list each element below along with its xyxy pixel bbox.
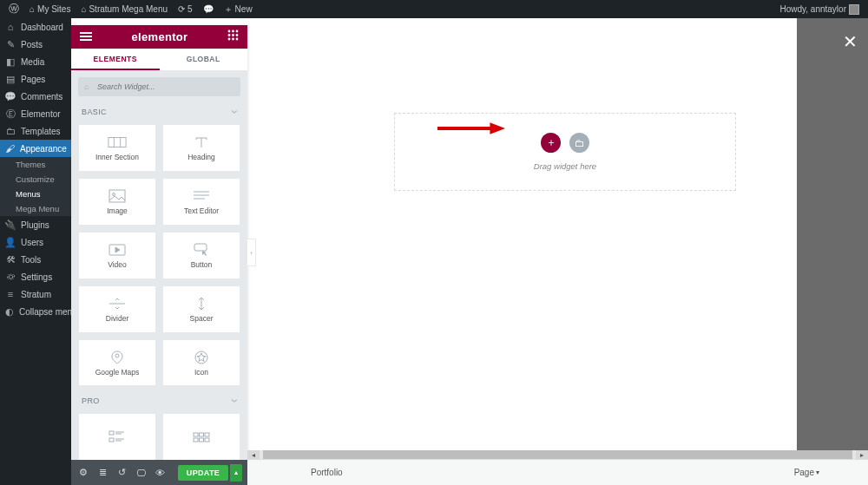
elementor-panel-header: elementor [71,25,247,49]
widget-label: Button [191,260,213,269]
sidebar-label: Plugins [21,220,49,230]
svg-rect-18 [109,190,125,202]
updates-count: 5 [187,4,193,14]
sidebar-subitem[interactable]: Customize [0,172,71,187]
sidebar-item[interactable]: ⛮Settings [0,268,71,285]
sidebar-item[interactable]: ▤Pages [0,70,71,88]
star-icon [192,350,211,365]
tab-elements[interactable]: ELEMENTS [71,49,160,71]
plus-icon: ＋ [224,3,233,16]
preview-button[interactable]: 👁 [153,466,167,480]
history-icon: ↺ [118,467,126,478]
category-label: BASIC [82,108,107,116]
widget-heading[interactable]: Heading [162,124,240,172]
widget-label: Video [108,260,127,269]
sidebar-item[interactable]: 🗀Templates [0,122,71,140]
updates-menu[interactable]: ⟳5 [174,0,196,18]
widget-divider[interactable]: Divider [78,285,156,333]
svg-marker-1 [490,122,505,134]
sidebar-item[interactable]: ⌂Dashboard [0,18,71,36]
menu-item-type[interactable]: Page▾ [794,468,819,477]
new-content-menu[interactable]: ＋New [220,0,256,18]
widget-icon[interactable]: Icon [162,339,240,384]
comments-menu[interactable]: 💬 [200,0,217,18]
sidebar-item[interactable]: 💬Comments [0,88,71,105]
widget-image[interactable]: Image [78,178,156,226]
menu-item-title: Portfolio [311,468,343,477]
annotation-arrow [437,121,505,135]
widget-text-editor[interactable]: Text Editor [162,178,240,226]
widget-pro[interactable] [78,413,156,460]
sidebar-label: Dashboard [21,23,63,32]
svg-point-28 [115,354,119,357]
menu-icon: 🔌 [5,220,16,230]
menu-button[interactable] [80,30,92,43]
category-basic[interactable]: BASIC› [71,96,247,124]
svg-rect-40 [194,438,198,442]
posts-icon [108,429,127,444]
svg-rect-39 [205,433,209,436]
site-name-menu[interactable]: ⌂Stratum Mega Menu [77,0,171,18]
widget-button[interactable]: Button [162,232,240,279]
tab-global[interactable]: GLOBAL [160,49,248,71]
elementor-logo: elementor [132,30,188,43]
widget-label: Heading [187,153,215,161]
sidebar-item[interactable]: 👤Users [0,233,71,251]
comment-icon: 💬 [203,4,214,14]
navigator-button[interactable]: ≣ [95,466,109,480]
widget-label: Google Maps [95,368,140,377]
sidebar-item-appearance[interactable]: 🖌 Appearance [0,140,71,157]
sidebar-subitem[interactable]: Menus [0,187,71,201]
sidebar-item[interactable]: ⒺElementor [0,105,71,122]
widget-pro[interactable] [162,413,240,460]
site-name-label: Stratum Mega Menu [89,4,168,14]
sidebar-subitem[interactable]: Mega Menu [0,201,71,216]
wp-logo[interactable]: ⓦ [5,0,23,18]
widget-google-maps[interactable]: Google Maps [78,339,156,384]
svg-point-19 [113,193,115,196]
scroll-thumb[interactable] [263,450,852,459]
sidebar-label: Posts [21,40,43,49]
chevron-left-icon: ‹ [250,249,253,257]
eye-icon: 👁 [155,468,165,478]
add-section-button[interactable]: ＋ [541,133,561,153]
search-input[interactable] [78,77,240,96]
widget-spacer[interactable]: Spacer [162,285,240,333]
panel-collapse-handle[interactable]: ‹ [247,239,256,266]
widget-video[interactable]: Video [78,232,156,279]
save-options-button[interactable]: ▴ [230,464,242,482]
sidebar-item[interactable]: ◧Media [0,53,71,70]
sidebar-item[interactable]: ≡Stratum [0,285,71,303]
my-account-menu[interactable]: Howdy, anntaylor [776,0,863,18]
sidebar-label: Elementor [21,109,61,119]
category-pro[interactable]: PRO› [71,385,247,413]
sidebar-label: Stratum [21,290,51,299]
responsive-button[interactable]: 🖵 [134,466,148,480]
widget-inner-section[interactable]: Inner Section [78,124,156,172]
svg-marker-30 [197,353,206,362]
update-button[interactable]: UPDATE [178,465,228,481]
close-icon[interactable]: ✕ [843,31,858,52]
sidebar-item[interactable]: ✎Posts [0,36,71,53]
pin-icon [108,350,127,365]
wp-admin-sidebar: ⌂Dashboard✎Posts◧Media▤Pages💬CommentsⒺEl… [0,18,71,485]
scroll-right[interactable]: ▸ [856,450,868,459]
add-template-button[interactable]: 🗀 [569,133,589,153]
svg-rect-38 [200,433,204,436]
elementor-panel: elementor ELEMENTS GLOBAL ⌕ BASIC› Inner… [71,25,247,460]
sidebar-item[interactable]: 🛠Tools [0,251,71,268]
svg-rect-32 [109,438,114,442]
sidebar-item[interactable]: 🔌Plugins [0,216,71,233]
my-sites-menu[interactable]: ⌂My Sites [26,0,74,18]
history-button[interactable]: ↺ [115,466,128,480]
menu-icon: ≡ [5,289,16,299]
scroll-left[interactable]: ◂ [247,450,260,459]
sidebar-subitem[interactable]: Themes [0,157,71,172]
svg-point-3 [232,30,234,33]
canvas-scrollbar[interactable]: ◂ ▸ [247,450,868,459]
svg-point-6 [232,34,234,36]
svg-rect-31 [109,431,114,435]
settings-button[interactable]: ⚙ [76,466,90,480]
widgets-grid-button[interactable] [227,29,239,43]
sidebar-item[interactable]: ◐Collapse menu [0,303,71,320]
